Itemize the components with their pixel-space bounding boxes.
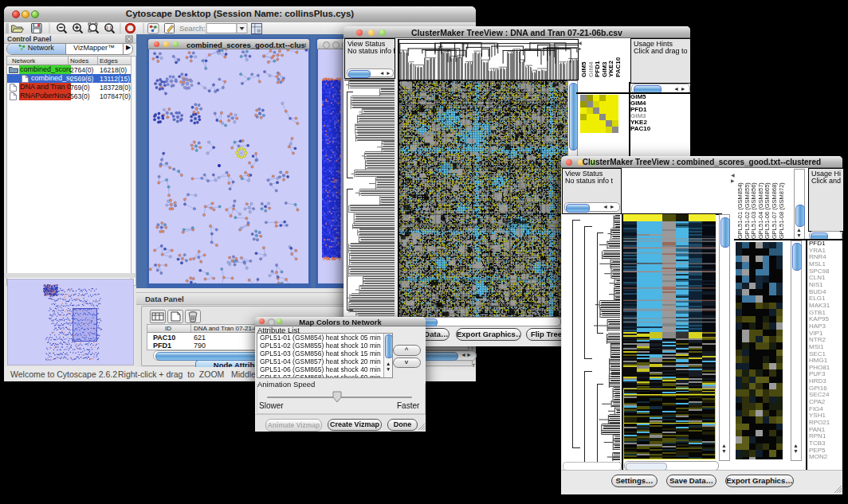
svg-text:1:1: 1:1: [106, 25, 112, 30]
svg-text:Search:: Search:: [179, 24, 206, 33]
